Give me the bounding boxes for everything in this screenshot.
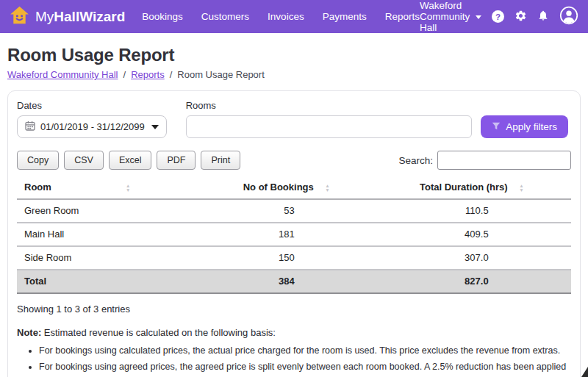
- apply-filters-button[interactable]: Apply filters: [481, 115, 568, 138]
- table-total-row: Total 384 827.0: [17, 270, 571, 293]
- print-button[interactable]: Print: [201, 151, 240, 170]
- column-header-spacer: [527, 177, 571, 199]
- settings-button[interactable]: [514, 10, 527, 24]
- page-title: Room Usage Report: [7, 45, 581, 65]
- main-content: Room Usage Report Wakeford Community Hal…: [0, 45, 588, 377]
- brand-name: MyHallWizard: [35, 9, 125, 25]
- top-navbar: MyHallWizard Bookings Customers Invoices…: [0, 0, 588, 33]
- total-duration-cell: 827.0: [333, 270, 527, 293]
- table-row: Main Hall 181 409.5: [17, 223, 571, 246]
- column-header-bookings[interactable]: No of Bookings: [133, 177, 332, 199]
- csv-button[interactable]: CSV: [64, 151, 104, 170]
- nav-item-bookings[interactable]: Bookings: [142, 11, 183, 22]
- date-range-picker[interactable]: 01/01/2019 - 31/12/2099: [17, 115, 167, 138]
- note-text: Note: Estimated revenue is calculated on…: [17, 327, 571, 338]
- bookings-cell: 53: [133, 199, 332, 223]
- excel-button[interactable]: Excel: [109, 151, 152, 170]
- account-menu-button[interactable]: [559, 6, 578, 27]
- dates-label: Dates: [17, 100, 167, 111]
- notifications-button[interactable]: [537, 10, 549, 24]
- sort-icon: [519, 184, 523, 193]
- nav-item-customers[interactable]: Customers: [201, 11, 249, 22]
- search-input[interactable]: [437, 151, 571, 170]
- total-bookings-cell: 384: [133, 270, 332, 293]
- filter-funnel-icon: [492, 121, 501, 132]
- table-entries-info: Showing 1 to 3 of 3 entries: [17, 304, 571, 315]
- total-label-cell: Total: [17, 270, 133, 293]
- breadcrumb-link-venue[interactable]: Wakeford Community Hall: [7, 69, 118, 80]
- nav-item-invoices[interactable]: Invoices: [268, 11, 304, 22]
- primary-nav: Bookings Customers Invoices Payments Rep…: [142, 11, 420, 22]
- gear-icon: [514, 10, 527, 24]
- note-bullet: For bookings using agreed prices, the ag…: [39, 360, 571, 377]
- rooms-label: Rooms: [186, 100, 473, 111]
- duration-cell: 307.0: [333, 246, 527, 270]
- rooms-input[interactable]: [186, 115, 473, 138]
- table-header-row: Room No of Bookings Total Duration (hrs): [17, 177, 571, 199]
- help-icon: ?: [492, 10, 504, 23]
- note-bullet-list: For bookings using calculated prices, th…: [17, 344, 571, 377]
- report-card: Dates: [7, 90, 581, 377]
- note-label: Note:: [17, 327, 41, 338]
- room-name-cell: Main Hall: [17, 223, 133, 246]
- table-search: Search:: [398, 151, 571, 170]
- house-logo-icon: [10, 5, 29, 29]
- column-header-room[interactable]: Room: [17, 177, 133, 199]
- breadcrumb-separator: /: [123, 69, 126, 80]
- table-toolbar: Copy CSV Excel PDF Print Search:: [17, 151, 571, 170]
- note-bullet: For bookings using calculated prices, th…: [39, 344, 571, 358]
- breadcrumb: Wakeford Community Hall / Reports / Room…: [7, 69, 581, 80]
- chevron-down-icon: [476, 15, 481, 19]
- date-range-value: 01/01/2019 - 31/12/2099: [40, 121, 145, 132]
- room-name-cell: Green Room: [17, 199, 133, 223]
- sort-icon: [126, 184, 130, 193]
- table-row: Side Room 150 307.0: [17, 246, 571, 270]
- mouse-cursor: [581, 367, 588, 377]
- dates-filter-group: Dates: [17, 100, 167, 138]
- bookings-cell: 150: [133, 246, 332, 270]
- nav-item-payments[interactable]: Payments: [323, 11, 367, 22]
- filters-row: Dates: [17, 100, 571, 138]
- venue-switcher[interactable]: Wakeford Community Hall: [420, 0, 481, 33]
- nav-item-reports[interactable]: Reports: [385, 11, 420, 22]
- duration-cell: 409.5: [333, 223, 527, 246]
- room-name-cell: Side Room: [17, 246, 133, 270]
- pdf-button[interactable]: PDF: [157, 151, 196, 170]
- column-header-duration[interactable]: Total Duration (hrs): [333, 177, 527, 199]
- chevron-down-icon: [151, 125, 159, 129]
- topbar-right: Wakeford Community Hall ?: [420, 0, 578, 33]
- brand-logo[interactable]: MyHallWizard: [10, 5, 125, 29]
- room-usage-table: Room No of Bookings Total Duration (hrs): [17, 177, 571, 294]
- apply-filters-label: Apply filters: [506, 121, 557, 132]
- bookings-cell: 181: [133, 223, 332, 246]
- help-button[interactable]: ?: [492, 10, 504, 23]
- avatar-icon: [559, 6, 578, 27]
- breadcrumb-link-reports[interactable]: Reports: [131, 69, 165, 80]
- venue-name: Wakeford Community Hall: [420, 0, 470, 33]
- bell-icon: [537, 10, 549, 24]
- sort-icon: [325, 184, 329, 193]
- rooms-filter-group: Rooms: [186, 100, 473, 138]
- table-row: Green Room 53 110.5: [17, 199, 571, 223]
- calendar-icon: [25, 121, 35, 133]
- breadcrumb-separator: /: [170, 69, 173, 80]
- duration-cell: 110.5: [333, 199, 527, 223]
- copy-button[interactable]: Copy: [17, 151, 59, 170]
- search-label: Search:: [398, 155, 433, 166]
- breadcrumb-current: Room Usage Report: [177, 69, 265, 80]
